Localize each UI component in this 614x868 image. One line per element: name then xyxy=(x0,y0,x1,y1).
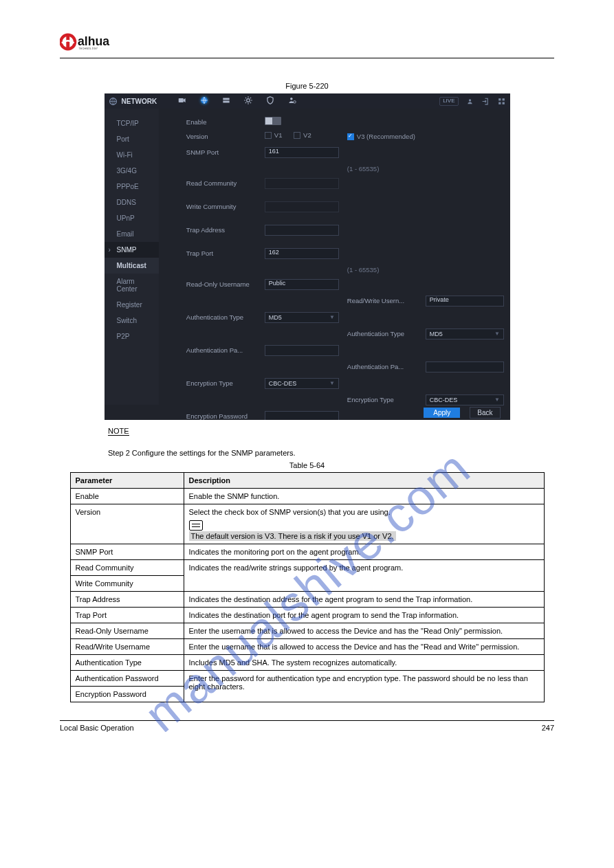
enc-type2-label: Encryption Type xyxy=(347,394,421,405)
snmp-settings-screenshot: NETWORK LIVE xyxy=(105,93,510,420)
sidebar-item-port[interactable]: Port xyxy=(105,131,159,147)
cell-param: Read-Only Username xyxy=(70,623,184,639)
live-badge: LIVE xyxy=(439,97,458,106)
cell-param: Authentication Type xyxy=(70,655,184,671)
v3-checkbox[interactable]: V3 (Recommended) xyxy=(347,133,415,140)
cell-desc: Enter the username that is allowed to ac… xyxy=(184,623,544,639)
sidebar-item-upnp[interactable]: UPnP xyxy=(105,210,159,226)
sidebar-item-p2p[interactable]: P2P xyxy=(105,329,159,344)
apply-button[interactable]: Apply xyxy=(424,408,460,418)
cell-desc: Enable the SNMP function. xyxy=(184,489,544,504)
th-description: Description xyxy=(184,473,544,489)
sidebar-item-email[interactable]: Email xyxy=(105,226,159,242)
auth-pw2-input[interactable] xyxy=(426,361,504,372)
cell-param: Read/Write Username xyxy=(70,639,184,655)
brand-logo: alhua TECHNOLOGY xyxy=(60,32,554,55)
storage-icon[interactable] xyxy=(221,96,231,105)
globe-nav-icon[interactable] xyxy=(199,96,209,105)
cell-param: Trap Address xyxy=(70,592,184,608)
enc-type2-select[interactable]: CBC-DES▼ xyxy=(426,394,504,405)
sidebar-item-pppoe[interactable]: PPPoE xyxy=(105,179,159,194)
enable-toggle[interactable] xyxy=(265,117,281,125)
note-icon xyxy=(189,520,203,531)
sidebar-item-wifi[interactable]: Wi-Fi xyxy=(105,147,159,163)
rw-user-input[interactable]: Private xyxy=(426,296,504,307)
write-community-input[interactable] xyxy=(265,201,339,212)
footer-left: Local Basic Operation xyxy=(60,724,134,732)
sidebar-item-switch[interactable]: Switch xyxy=(105,313,159,329)
parameter-table: Parameter Description Enable Enable the … xyxy=(70,472,545,702)
cell-desc: Indicates the destination address for th… xyxy=(184,592,544,608)
sidebar: TCP/IP Port Wi-Fi 3G/4G PPPoE DDNS UPnP … xyxy=(105,109,159,405)
cell-param: Enable xyxy=(70,489,184,504)
svg-point-12 xyxy=(468,99,470,101)
trap-port-input[interactable]: 162 xyxy=(265,248,339,259)
cell-desc: Indicates the destination port for the a… xyxy=(184,608,544,623)
svg-rect-7 xyxy=(223,98,229,100)
enable-label: Enable xyxy=(186,117,261,126)
globe-icon xyxy=(109,97,118,106)
rw-user-label: Read/Write Usern... xyxy=(347,296,421,307)
account-icon[interactable] xyxy=(287,96,297,105)
auth-type2-select[interactable]: MD5▼ xyxy=(426,329,504,340)
cell-desc: Indicates the monitoring port on the age… xyxy=(184,544,544,560)
system-icon[interactable] xyxy=(243,96,253,105)
sidebar-item-alarmcenter[interactable]: Alarm Center xyxy=(105,274,159,297)
cell-param: SNMP Port xyxy=(70,544,184,560)
snmp-port-label: SNMP Port xyxy=(186,147,261,158)
cell-param: Authentication Password xyxy=(70,671,184,687)
ui-footer: Apply Back xyxy=(105,405,510,420)
sidebar-item-snmp[interactable]: SNMP xyxy=(105,242,159,258)
ro-user-input[interactable]: Public xyxy=(265,279,339,290)
sidebar-item-ddns[interactable]: DDNS xyxy=(105,194,159,210)
sidebar-item-tcpip[interactable]: TCP/IP xyxy=(105,115,159,131)
page-footer: Local Basic Operation 247 xyxy=(60,720,554,732)
note-label: NOTE xyxy=(108,427,129,436)
snmp-port-range: (1 - 65535) xyxy=(347,164,504,173)
trap-address-label: Trap Address xyxy=(186,225,261,236)
read-community-input[interactable] xyxy=(265,178,339,189)
svg-rect-13 xyxy=(498,98,501,100)
back-button[interactable]: Back xyxy=(470,407,500,419)
section-title: NETWORK xyxy=(122,98,157,105)
figure-caption: Figure 5-220 xyxy=(60,82,554,90)
cell-desc: Enter the username that is allowed to ac… xyxy=(184,639,544,655)
cell-desc: Enter the password for authentication ty… xyxy=(184,671,544,702)
v1-checkbox[interactable]: V1 xyxy=(265,131,283,139)
cell-desc: Select the check box of SNMP version(s) … xyxy=(184,504,544,544)
security-icon[interactable] xyxy=(265,96,275,105)
svg-rect-14 xyxy=(502,98,504,100)
svg-rect-8 xyxy=(223,101,229,103)
auth-pw-input[interactable] xyxy=(265,345,339,356)
svg-text:TECHNOLOGY: TECHNOLOGY xyxy=(78,47,98,50)
ro-user-label: Read-Only Username xyxy=(186,279,261,290)
sidebar-item-3g4g[interactable]: 3G/4G xyxy=(105,163,159,179)
enc-type-select[interactable]: CBC-DES▼ xyxy=(265,378,339,389)
auth-type2-label: Authentication Type xyxy=(347,329,421,340)
v2-checkbox[interactable]: V2 xyxy=(294,131,311,139)
svg-rect-1 xyxy=(66,35,69,49)
svg-point-10 xyxy=(290,98,293,100)
snmp-port-input[interactable]: 161 xyxy=(265,147,339,158)
auth-pw2-label: Authentication Pa... xyxy=(347,361,421,372)
cell-param: Read Community xyxy=(70,560,184,576)
svg-rect-16 xyxy=(502,102,504,104)
auth-type-select[interactable]: MD5▼ xyxy=(265,312,339,323)
cell-param: Trap Port xyxy=(70,608,184,623)
table-caption: Table 5-64 xyxy=(60,461,554,469)
cell-desc: Includes MD5 and SHA. The system recogni… xyxy=(184,655,544,671)
svg-rect-5 xyxy=(178,98,183,102)
version-label: Version xyxy=(186,131,261,142)
write-community-label: Write Community xyxy=(186,201,261,212)
th-parameter: Parameter xyxy=(70,473,184,489)
trap-address-input[interactable] xyxy=(265,225,339,236)
sidebar-item-register[interactable]: Register xyxy=(105,297,159,313)
sidebar-item-multicast[interactable]: Multicast xyxy=(105,258,159,274)
logout-icon[interactable] xyxy=(481,97,490,106)
header-rule xyxy=(60,58,554,58)
camera-icon[interactable] xyxy=(177,96,187,105)
auth-pw-label: Authentication Pa... xyxy=(186,345,261,356)
grid-icon[interactable] xyxy=(497,97,506,106)
user-icon[interactable] xyxy=(465,97,474,106)
cell-param: Version xyxy=(70,504,184,544)
